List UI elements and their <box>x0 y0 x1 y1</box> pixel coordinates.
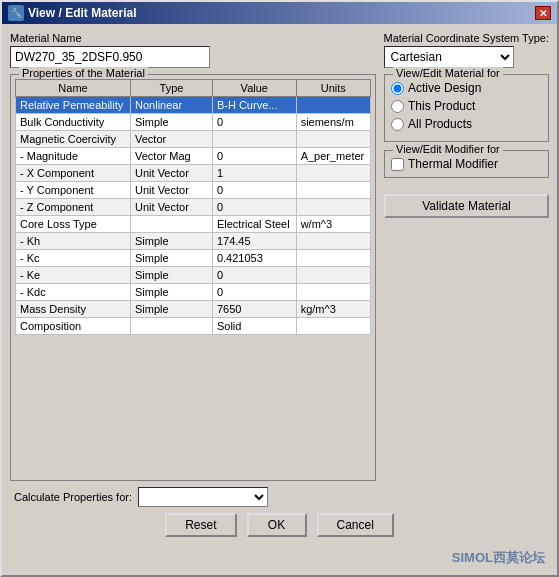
window-icon: 🔧 <box>8 5 24 21</box>
cell-value: 0.421053 <box>212 250 296 267</box>
col-header-value: Value <box>212 80 296 97</box>
table-container[interactable]: Name Type Value Units Relative Permeabil… <box>15 79 371 335</box>
cell-units <box>296 250 370 267</box>
cell-type: Simple <box>131 284 213 301</box>
cell-units <box>296 182 370 199</box>
cell-name: Magnetic Coercivity <box>16 131 131 148</box>
coord-row: Cartesian Cylindrical Spherical <box>384 46 549 68</box>
cell-type: Simple <box>131 250 213 267</box>
cell-name: - Kdc <box>16 284 131 301</box>
cell-type: Unit Vector <box>131 182 213 199</box>
ok-button[interactable]: OK <box>247 513 307 537</box>
table-row[interactable]: - KeSimple0 <box>16 267 371 284</box>
cell-value: 0 <box>212 284 296 301</box>
cell-type <box>131 318 213 335</box>
reset-button[interactable]: Reset <box>165 513 236 537</box>
thermal-modifier-row[interactable]: Thermal Modifier <box>391 157 542 171</box>
cell-name: - Ke <box>16 267 131 284</box>
material-name-input[interactable] <box>10 46 210 68</box>
cell-name: - Kc <box>16 250 131 267</box>
cell-type: Simple <box>131 114 213 131</box>
radio-this-product[interactable]: This Product <box>391 99 542 113</box>
calc-row: Calculate Properties for: <box>10 487 549 507</box>
table-row[interactable]: - KhSimple174.45 <box>16 233 371 250</box>
coord-system-select[interactable]: Cartesian Cylindrical Spherical <box>384 46 514 68</box>
properties-group: Properties of the Material Name Type Val… <box>10 74 376 481</box>
properties-group-label: Properties of the Material <box>19 67 148 79</box>
view-edit-group: View/Edit Material for Active Design Thi… <box>384 74 549 142</box>
cell-units <box>296 131 370 148</box>
table-row[interactable]: - KdcSimple0 <box>16 284 371 301</box>
cell-value: Electrical Steel <box>212 216 296 233</box>
view-edit-label: View/Edit Material for <box>393 67 503 79</box>
col-header-name: Name <box>16 80 131 97</box>
radio-this-product-input[interactable] <box>391 100 404 113</box>
table-row[interactable]: Magnetic CoercivityVector <box>16 131 371 148</box>
cell-type: Unit Vector <box>131 165 213 182</box>
validate-button[interactable]: Validate Material <box>384 194 549 218</box>
material-name-label: Material Name <box>10 32 210 44</box>
radio-active-design-label: Active Design <box>408 81 481 95</box>
radio-all-products-input[interactable] <box>391 118 404 131</box>
radio-active-design-input[interactable] <box>391 82 404 95</box>
table-row[interactable]: CompositionSolid <box>16 318 371 335</box>
cell-type: Nonlinear <box>131 97 213 114</box>
title-bar-left: 🔧 View / Edit Material <box>8 5 136 21</box>
cell-value: 0 <box>212 182 296 199</box>
cell-type <box>131 216 213 233</box>
radio-active-design[interactable]: Active Design <box>391 81 542 95</box>
cell-value: 0 <box>212 114 296 131</box>
cell-units: w/m^3 <box>296 216 370 233</box>
cell-name: - Z Component <box>16 199 131 216</box>
cell-value: 0 <box>212 148 296 165</box>
watermark: SIMOL西莫论坛 <box>10 549 549 567</box>
cell-units <box>296 165 370 182</box>
table-row[interactable]: Mass DensitySimple7650kg/m^3 <box>16 301 371 318</box>
table-row[interactable]: Bulk ConductivitySimple0siemens/m <box>16 114 371 131</box>
cell-units: A_per_meter <box>296 148 370 165</box>
title-bar: 🔧 View / Edit Material ✕ <box>2 2 557 24</box>
cell-type: Simple <box>131 267 213 284</box>
cell-name: - X Component <box>16 165 131 182</box>
cell-value: 0 <box>212 267 296 284</box>
table-header-row: Name Type Value Units <box>16 80 371 97</box>
properties-table: Name Type Value Units Relative Permeabil… <box>15 79 371 335</box>
cell-name: Mass Density <box>16 301 131 318</box>
modifier-label: View/Edit Modifier for <box>393 143 503 155</box>
table-row[interactable]: - MagnitudeVector Mag0A_per_meter <box>16 148 371 165</box>
calc-select[interactable] <box>138 487 268 507</box>
table-row[interactable]: - Z ComponentUnit Vector0 <box>16 199 371 216</box>
right-panel: View/Edit Material for Active Design Thi… <box>384 74 549 481</box>
main-area: Properties of the Material Name Type Val… <box>10 74 549 481</box>
cell-name: - Y Component <box>16 182 131 199</box>
table-row[interactable]: - KcSimple0.421053 <box>16 250 371 267</box>
cell-value: 0 <box>212 199 296 216</box>
cell-type: Simple <box>131 301 213 318</box>
material-name-group: Material Name <box>10 32 210 68</box>
table-row[interactable]: - X ComponentUnit Vector1 <box>16 165 371 182</box>
cell-name: - Magnitude <box>16 148 131 165</box>
col-header-units: Units <box>296 80 370 97</box>
cell-value: 1 <box>212 165 296 182</box>
radio-this-product-label: This Product <box>408 99 475 113</box>
close-button[interactable]: ✕ <box>535 6 551 20</box>
cell-units <box>296 318 370 335</box>
radio-all-products[interactable]: All Products <box>391 117 542 131</box>
calc-label: Calculate Properties for: <box>14 491 132 503</box>
thermal-modifier-label: Thermal Modifier <box>408 157 498 171</box>
cell-value <box>212 131 296 148</box>
cell-units <box>296 284 370 301</box>
table-row[interactable]: Core Loss TypeElectrical Steelw/m^3 <box>16 216 371 233</box>
cancel-button[interactable]: Cancel <box>317 513 394 537</box>
cell-units <box>296 199 370 216</box>
col-header-type: Type <box>131 80 213 97</box>
top-row: Material Name Material Coordinate System… <box>10 32 549 68</box>
cell-value: 7650 <box>212 301 296 318</box>
thermal-modifier-checkbox[interactable] <box>391 158 404 171</box>
table-row[interactable]: Relative PermeabilityNonlinearB-H Curve.… <box>16 97 371 114</box>
table-body: Relative PermeabilityNonlinearB-H Curve.… <box>16 97 371 335</box>
cell-units <box>296 267 370 284</box>
table-row[interactable]: - Y ComponentUnit Vector0 <box>16 182 371 199</box>
cell-value: B-H Curve... <box>212 97 296 114</box>
radio-all-products-label: All Products <box>408 117 472 131</box>
